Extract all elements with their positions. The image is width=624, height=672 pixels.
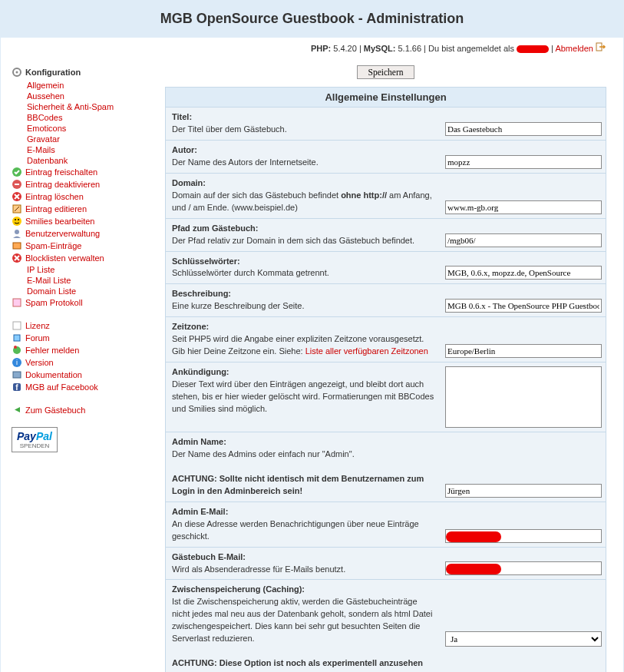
sidebar-blocklist-0[interactable]: IP Liste xyxy=(27,265,55,274)
protocol-icon xyxy=(12,297,22,308)
svg-point-10 xyxy=(18,219,19,220)
label-titel: Titel:Der Titel über dem Gästebuch. xyxy=(166,108,441,140)
misc-icon-0 xyxy=(12,320,22,331)
misc-icon-4 xyxy=(12,369,22,380)
sidebar-konfig-7[interactable]: Datenbank xyxy=(27,156,68,165)
gear-icon xyxy=(12,67,22,78)
action-icon-2 xyxy=(12,191,22,202)
sidebar: Konfiguration AllgemeinAussehenSicherhei… xyxy=(1,61,165,672)
sidebar-action-2[interactable]: Eintrag löschen xyxy=(25,192,84,201)
action-icon-3 xyxy=(12,204,22,214)
sidebar-spam-protokoll[interactable]: Spam Protokoll xyxy=(25,298,83,307)
label-caching: Zwischenspeicherung (Caching):Ist die Zw… xyxy=(166,580,441,672)
sidebar-action-4[interactable]: Smilies bearbeiten xyxy=(25,217,95,226)
logout-link[interactable]: Abmelden xyxy=(555,44,593,53)
svg-rect-15 xyxy=(13,322,21,329)
back-icon xyxy=(12,405,22,415)
sidebar-konfig-4[interactable]: Emoticons xyxy=(27,124,66,133)
misc-icon-2 xyxy=(12,345,22,356)
sidebar-action-7[interactable]: Blocklisten verwalten xyxy=(25,253,104,263)
input-pfad[interactable] xyxy=(445,233,602,247)
sidebar-blocklist-1[interactable]: E-Mail Liste xyxy=(27,276,71,285)
sidebar-action-6[interactable]: Spam-Einträge xyxy=(25,241,81,250)
gbemail-redacted xyxy=(446,564,501,574)
misc-icon-1 xyxy=(12,333,22,343)
input-titel[interactable] xyxy=(445,122,602,136)
svg-rect-16 xyxy=(14,335,20,341)
sidebar-misc-4[interactable]: Dokumentation xyxy=(25,370,82,379)
input-domain[interactable] xyxy=(445,200,602,214)
svg-text:i: i xyxy=(16,359,18,366)
sidebar-misc-5[interactable]: MGB auf Facebook xyxy=(25,382,98,392)
save-button[interactable]: Speichern xyxy=(357,65,415,79)
action-icon-7 xyxy=(12,253,22,263)
svg-point-2 xyxy=(16,71,18,74)
sidebar-konfig-1[interactable]: Aussehen xyxy=(27,91,64,101)
sidebar-konfig-5[interactable]: Gravatar xyxy=(27,134,60,144)
logout-icon xyxy=(596,42,606,51)
action-icon-0 xyxy=(12,167,22,177)
sidebar-back-link[interactable]: Zum Gästebuch xyxy=(25,406,85,415)
label-announcement: Ankündigung:Dieser Text wird über den Ei… xyxy=(166,362,441,432)
timezone-list-link[interactable]: Liste aller verfügbaren Zeitzonen xyxy=(305,346,428,356)
sidebar-action-3[interactable]: Eintrag editieren xyxy=(25,204,87,214)
svg-point-11 xyxy=(15,230,19,234)
svg-point-18 xyxy=(14,346,17,349)
sidebar-action-1[interactable]: Eintrag deaktivieren xyxy=(25,180,100,189)
section-heading: Allgemeine Einstellungen xyxy=(165,87,606,108)
label-desc: Beschreibung:Eine kurze Beschreibung der… xyxy=(166,284,441,316)
sidebar-heading-config: Konfiguration xyxy=(12,67,162,78)
label-gbemail: Gästebuch E-Mail:Wird als Absenderadress… xyxy=(166,548,441,580)
username-redacted xyxy=(517,45,549,53)
action-icon-5 xyxy=(12,228,22,239)
paypal-donate-button[interactable]: PayPalSPENDEN xyxy=(12,427,58,452)
label-autor: Autor:Der Name des Autors der Internetse… xyxy=(166,141,441,173)
sidebar-action-0[interactable]: Eintrag freischalten xyxy=(25,167,97,177)
label-adminemail: Admin E-Mail:An diese Adresse werden Ben… xyxy=(166,502,441,547)
content: Speichern Allgemeine Einstellungen Titel… xyxy=(165,61,623,672)
misc-icon-5: f xyxy=(12,382,22,392)
label-keywords: Schlüsselwörter:Schlüsselwörter durch Ko… xyxy=(166,252,441,284)
sidebar-blocklist-2[interactable]: Domain Liste xyxy=(27,286,76,296)
misc-icon-3: i xyxy=(12,357,22,368)
adminemail-redacted xyxy=(446,531,501,542)
label-adminname: Admin Name:Der Name des Admins oder einf… xyxy=(166,432,441,502)
input-timezone[interactable] xyxy=(445,344,602,358)
input-adminname[interactable] xyxy=(445,484,602,498)
svg-point-9 xyxy=(15,219,16,220)
label-timezone: Zeitzone:Seit PHP5 wird die Angabe einer… xyxy=(166,317,441,362)
input-autor[interactable] xyxy=(445,155,602,169)
svg-rect-21 xyxy=(13,372,21,378)
page-title: MGB OpenSource Guestbook - Administratio… xyxy=(0,0,624,38)
label-pfad: Pfad zum Gästebuch:Der Pfad relativ zur … xyxy=(166,219,441,251)
sidebar-misc-0[interactable]: Lizenz xyxy=(25,321,50,330)
svg-rect-12 xyxy=(13,243,21,249)
label-domain: Domain:Domain auf der sich das Gästebuch… xyxy=(166,174,441,218)
svg-rect-14 xyxy=(13,299,21,306)
sidebar-action-5[interactable]: Benutzerverwaltung xyxy=(25,229,100,238)
action-icon-6 xyxy=(12,240,22,251)
action-icon-1 xyxy=(12,179,22,190)
select-caching[interactable]: Ja xyxy=(445,631,602,647)
sidebar-misc-1[interactable]: Forum xyxy=(25,333,50,343)
sidebar-konfig-6[interactable]: E-Mails xyxy=(27,145,55,154)
sidebar-misc-2[interactable]: Fehler melden xyxy=(25,346,79,355)
sidebar-konfig-3[interactable]: BBCodes xyxy=(27,113,62,122)
input-keywords[interactable] xyxy=(445,266,602,280)
svg-point-8 xyxy=(12,217,21,226)
status-bar: PHP: 5.4.20 | MySQL: 5.1.66 | Du bist an… xyxy=(1,38,623,58)
input-announcement[interactable] xyxy=(445,366,602,428)
svg-rect-5 xyxy=(15,184,19,185)
action-icon-4 xyxy=(12,216,22,227)
sidebar-konfig-0[interactable]: Allgemein xyxy=(27,81,64,90)
sidebar-misc-3[interactable]: Version xyxy=(25,358,54,367)
input-desc[interactable] xyxy=(445,299,602,313)
sidebar-konfig-2[interactable]: Sicherheit & Anti-Spam xyxy=(27,102,114,111)
